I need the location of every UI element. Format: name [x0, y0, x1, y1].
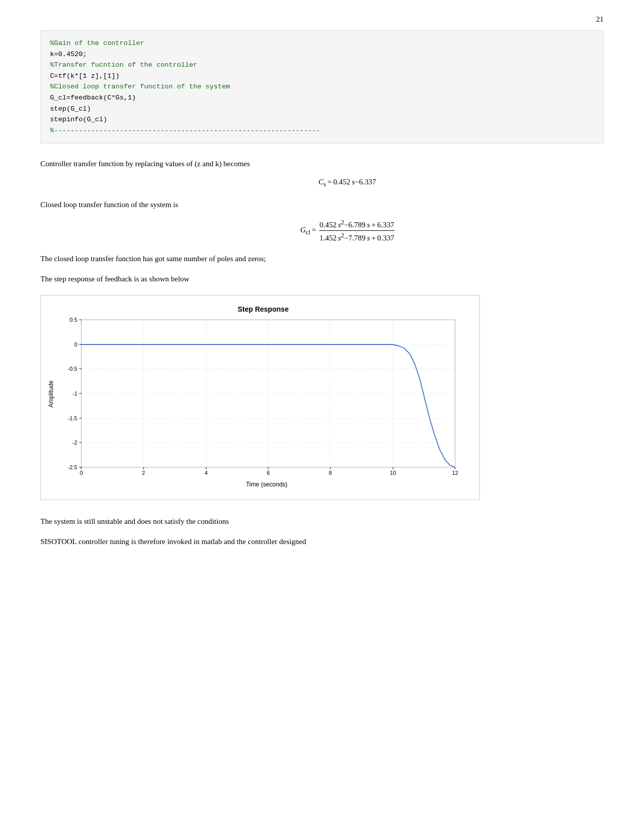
equation-2: Gcl = 0.452 s2−6.789 s + 6.337 1.452 s2−…: [91, 219, 604, 242]
paragraph-4: The step response of feedback is as show…: [40, 273, 604, 285]
code-line-4: C=tf(k*[1 z],[1]): [50, 72, 120, 80]
code-block: %Gain of the controller k=0.4520; %Trans…: [40, 30, 604, 143]
ytick--2.5: -2.5: [68, 464, 77, 470]
xtick-6: 6: [267, 470, 270, 476]
code-line-5: %Closed loop transfer function of the sy…: [50, 83, 230, 90]
code-line-6: G_cl=feedback(C*Gs,1): [50, 94, 136, 102]
code-line-3: %Transfer fucntion of the controller: [50, 61, 197, 69]
xtick-10: 10: [390, 470, 396, 476]
ytick--0.5: -0.5: [68, 366, 77, 372]
equation-1: Cs = 0.452 s−6.337: [91, 178, 604, 188]
code-line-7: step(G_cl): [50, 105, 91, 113]
paragraph-3: The closed loop transfer function has go…: [40, 253, 604, 265]
code-line-1: %Gain of the controller: [50, 39, 144, 47]
step-response-chart: Step Response Amplitude ×1027 Time (seco…: [40, 295, 480, 500]
xtick-2: 2: [142, 470, 145, 476]
paragraph-6: SISOTOOL controller tuning is therefore …: [40, 535, 604, 548]
ytick--1: -1: [72, 390, 77, 397]
paragraph-2: Closed loop transfer function of the sys…: [40, 199, 604, 211]
ytick-0: 0: [74, 341, 77, 348]
chart-title: Step Response: [237, 305, 288, 313]
xtick-8: 8: [329, 470, 332, 476]
step-response-svg: Step Response Amplitude ×1027 Time (seco…: [46, 301, 470, 493]
xtick-4: 4: [205, 470, 208, 476]
xtick-0: 0: [80, 470, 83, 476]
code-line-2: k=0.4520;: [50, 51, 87, 58]
ytick--1.5: -1.5: [68, 415, 77, 421]
xtick-12: 12: [452, 470, 458, 476]
ytick-0.5: 0.5: [70, 317, 77, 323]
paragraph-1: Controller transfer function by replacin…: [40, 158, 604, 170]
page-number: 21: [596, 15, 604, 24]
y-axis-label: Amplitude: [47, 380, 55, 408]
ytick--2: -2: [72, 439, 77, 446]
paragraph-5: The system is still unstable and does no…: [40, 515, 604, 527]
x-axis-label: Time (seconds): [246, 481, 287, 488]
code-line-8: stepinfo(G_cl): [50, 116, 107, 123]
code-line-9: %---------------------------------------…: [50, 127, 320, 134]
